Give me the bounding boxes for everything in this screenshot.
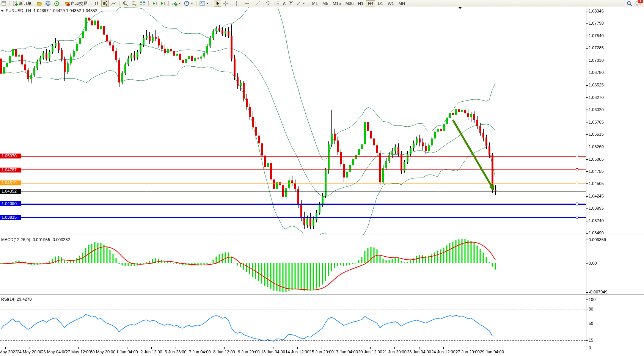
arrows-tool-button[interactable] bbox=[295, 0, 306, 7]
signal-button[interactable] bbox=[53, 0, 61, 7]
text-label-icon: T bbox=[289, 1, 293, 6]
text-tool-button[interactable]: A bbox=[282, 0, 287, 7]
new-order-label: 新订单 bbox=[19, 1, 31, 6]
timeframe-button-M1[interactable]: M1 bbox=[310, 0, 320, 6]
auto-trading-button[interactable]: 自动交易 bbox=[63, 0, 89, 7]
new-order-button[interactable]: 新订单 bbox=[11, 0, 33, 7]
line-chart-icon bbox=[111, 1, 116, 6]
trendline-icon bbox=[255, 1, 261, 6]
templates-button[interactable] bbox=[198, 0, 210, 7]
toolbar-separator bbox=[119, 1, 119, 6]
bar-chart-icon bbox=[94, 1, 99, 6]
crosshair-icon bbox=[223, 1, 228, 6]
vertical-line-icon bbox=[234, 1, 239, 6]
text-label-tool-button[interactable]: T bbox=[287, 0, 294, 7]
notification-count-badge: 1 bbox=[638, 0, 643, 3]
chart-canvas[interactable] bbox=[0, 0, 644, 356]
profile-button[interactable] bbox=[35, 0, 43, 7]
chart-shift-icon bbox=[160, 1, 165, 6]
auto-scroll-button[interactable] bbox=[151, 0, 158, 7]
text-icon: A bbox=[283, 2, 286, 6]
periodicity-button[interactable] bbox=[183, 0, 194, 7]
auto-trading-icon bbox=[64, 1, 70, 6]
horizontal-line-icon bbox=[244, 1, 250, 6]
tile-windows-icon bbox=[140, 1, 145, 6]
window-icon bbox=[2, 1, 6, 6]
clock-icon bbox=[184, 1, 190, 6]
candlestick-mode-button[interactable] bbox=[101, 0, 109, 7]
trendline-tool-button[interactable] bbox=[254, 0, 262, 7]
vertical-line-tool-button[interactable] bbox=[233, 0, 240, 7]
auto-trading-label: 自动交易 bbox=[71, 1, 88, 6]
toolbar-separator bbox=[212, 1, 212, 6]
toolbar-separator bbox=[148, 1, 149, 6]
notifications-button[interactable]: 1 bbox=[635, 0, 642, 7]
monitor-icon bbox=[45, 1, 51, 6]
crosshair-tool-button[interactable] bbox=[222, 0, 229, 7]
toolbar-right-icons: 1 bbox=[627, 0, 642, 7]
toolbar-separator bbox=[91, 1, 91, 6]
search-icon[interactable] bbox=[627, 1, 632, 6]
toolbar-separator bbox=[196, 1, 196, 6]
add-indicator-icon bbox=[172, 1, 177, 6]
timeframe-button-M15[interactable]: M15 bbox=[331, 0, 342, 6]
chevron-down-icon bbox=[191, 3, 193, 4]
zoom-out-icon bbox=[131, 1, 137, 6]
chevron-down-icon bbox=[303, 3, 305, 4]
bar-chart-mode-button[interactable] bbox=[93, 0, 101, 7]
template-icon bbox=[199, 1, 205, 6]
timeframe-button-W1[interactable]: W1 bbox=[386, 0, 396, 6]
chevron-down-icon bbox=[179, 3, 181, 4]
one-click-trading-arrow[interactable] bbox=[1, 10, 4, 12]
market-watch-button[interactable] bbox=[44, 0, 52, 7]
timeframe-button-M5[interactable]: M5 bbox=[320, 0, 330, 6]
zoom-in-icon bbox=[123, 1, 128, 6]
main-toolbar: 新订单 自动交易 bbox=[0, 0, 644, 7]
toolbar-separator bbox=[168, 1, 169, 6]
timeframe-button-H4[interactable]: H4 bbox=[366, 0, 375, 6]
timeframe-button-H1[interactable]: H1 bbox=[356, 0, 365, 6]
arrows-icon bbox=[296, 1, 302, 6]
horizontal-line-tool-button[interactable] bbox=[243, 0, 251, 7]
chevron-down-icon bbox=[206, 3, 209, 4]
line-chart-mode-button[interactable] bbox=[110, 0, 117, 7]
equidistant-channel-tool-button[interactable] bbox=[264, 0, 272, 7]
timeframe-button-D1[interactable]: D1 bbox=[376, 0, 385, 6]
chart-shift-button[interactable] bbox=[159, 0, 166, 7]
tile-windows-button[interactable] bbox=[139, 0, 146, 7]
timeframe-button-M30[interactable]: M30 bbox=[344, 0, 355, 6]
zoom-out-button[interactable] bbox=[130, 0, 138, 7]
signal-icon bbox=[54, 1, 60, 6]
toolbar-separator bbox=[308, 1, 308, 6]
new-order-icon bbox=[13, 1, 18, 6]
timeframe-button-MN[interactable]: MN bbox=[397, 0, 407, 6]
timeframe-toolbar: M1M5M15M30H1H4D1W1MN bbox=[310, 0, 407, 6]
window-button[interactable] bbox=[0, 0, 7, 7]
fibonacci-icon bbox=[274, 1, 280, 6]
zoom-in-button[interactable] bbox=[121, 0, 129, 7]
auto-scroll-icon bbox=[152, 1, 157, 6]
add-indicator-button[interactable] bbox=[171, 0, 182, 7]
cursor-tool-button[interactable] bbox=[214, 0, 221, 7]
fibonacci-tool-button[interactable] bbox=[273, 0, 281, 7]
cursor-icon bbox=[215, 1, 220, 6]
channel-icon bbox=[265, 1, 271, 6]
book-icon bbox=[36, 1, 42, 6]
toolbar-separator bbox=[9, 1, 9, 6]
candlestick-icon bbox=[102, 1, 108, 6]
